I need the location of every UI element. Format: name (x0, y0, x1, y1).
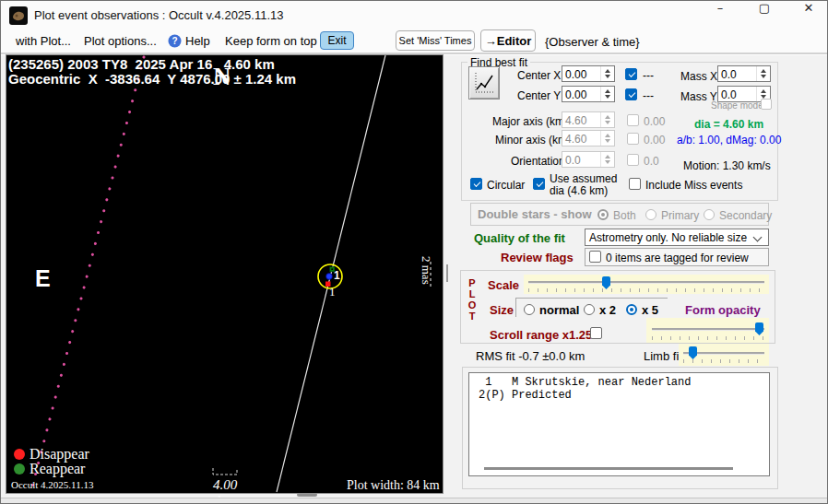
plot-horizontal-scroll-thumb[interactable] (297, 493, 317, 497)
shape-model-checkbox[interactable] (761, 99, 772, 110)
minimize-button[interactable]: – (700, 1, 740, 29)
scroll-range-checkbox[interactable] (590, 327, 602, 339)
minor-axis-aux: 0.00 (644, 134, 665, 147)
use-assumed-dia-checkbox[interactable] (533, 178, 545, 190)
review-flags-label: Review flags (501, 251, 574, 264)
help-icon[interactable]: ? (168, 34, 182, 48)
plot-header-line1: (235265) 2003 TY8 2025 Apr 16 4.60 km (8, 56, 275, 72)
plot-horizontal-scroll-track[interactable] (1, 498, 828, 504)
center-y-dash: --- (643, 89, 654, 102)
form-opacity-slider[interactable] (646, 318, 769, 343)
double-both-label: Both (613, 209, 636, 222)
center-x-spinner[interactable]: 0.00 (562, 65, 615, 82)
chevron-down-icon (753, 233, 763, 242)
motion-label: Motion: 1.30 km/s (683, 159, 771, 172)
spin-down-icon (605, 121, 610, 124)
limb-fit-slider-thumb[interactable] (689, 346, 697, 359)
size-x2-label: x 2 (599, 303, 616, 317)
include-miss-checkbox[interactable] (629, 178, 641, 190)
center-y-value: 0.00 (565, 88, 586, 101)
size-x5-radio[interactable] (626, 304, 637, 315)
reappear-legend-dot (14, 463, 25, 475)
center-x-dash: --- (643, 69, 654, 82)
form-opacity-slider-thumb[interactable] (755, 322, 763, 335)
spin-up-icon[interactable] (761, 89, 766, 93)
include-miss-label: Include Miss events (645, 179, 742, 192)
spin-up-icon (605, 134, 610, 137)
menu-help[interactable]: Help (185, 34, 210, 48)
mass-x-label: Mass X (680, 70, 717, 83)
spin-down-icon[interactable] (605, 95, 610, 99)
review-flags-checkbox[interactable] (589, 251, 601, 263)
rms-fit-label: RMS fit -0.7 ±0.0 km (476, 349, 585, 363)
plot-vertical-scroll-thumb[interactable] (446, 264, 448, 282)
set-miss-times-button[interactable]: Set 'Miss' Times (396, 30, 475, 51)
legend-reappear-label: Reappear (30, 461, 85, 477)
minor-axis-checkbox[interactable] (627, 133, 639, 145)
spin-up-icon[interactable] (605, 69, 610, 73)
limb-fit-slider[interactable] (679, 344, 769, 366)
editor-button[interactable]: →Editor (480, 29, 536, 52)
chord-number-label: 1 (334, 269, 340, 282)
major-axis-checkbox[interactable] (627, 114, 639, 126)
maximize-button[interactable]: ▢ (744, 1, 785, 29)
mass-x-spinner[interactable]: 0.0 (717, 65, 771, 82)
close-button[interactable]: ✕ (788, 1, 828, 29)
menu-with-plot[interactable]: with Plot... (16, 34, 71, 48)
menu-plot-options[interactable]: Plot options... (84, 34, 157, 48)
listbox-scrollbar[interactable] (484, 467, 733, 470)
size-normal-radio[interactable] (524, 304, 535, 315)
plot-width-label: Plot width: 84 km (347, 478, 440, 493)
center-y-checkbox[interactable] (625, 88, 637, 100)
observation-row[interactable]: 2(P) Predicted (479, 389, 572, 402)
observation-row[interactable]: 1 M Skrutskie, near Nederland (479, 376, 691, 389)
plot-header-line2: Geocentric X -3836.64 Y 4876.00 ± 1.24 k… (8, 71, 296, 87)
orientation-aux: 0.0 (644, 155, 659, 168)
size-normal-label: normal (539, 303, 579, 317)
east-label: E (35, 265, 51, 292)
quality-dropdown[interactable]: Astrometry only. No reliable size (585, 229, 769, 246)
scale-slider[interactable] (524, 275, 769, 294)
spin-down-icon[interactable] (761, 75, 766, 78)
spin-up-icon[interactable] (605, 89, 610, 93)
menu-bar: with Plot... Plot options... ? Help Keep… (1, 29, 827, 53)
disappear-legend-dot (14, 449, 25, 460)
window-title: Plot event observations : Occult v.4.202… (34, 8, 284, 22)
app-icon (9, 6, 28, 25)
spin-up-icon[interactable] (761, 69, 766, 73)
review-flags-text: 0 items are tagged for review (606, 252, 749, 264)
double-secondary-label: Secondary (719, 209, 772, 222)
double-both-radio[interactable] (597, 209, 609, 220)
observations-listbox[interactable]: 1 M Skrutskie, near Nederland 2(P) Predi… (468, 372, 770, 476)
find-fit-button[interactable] (468, 66, 500, 100)
double-secondary-radio[interactable] (704, 209, 715, 220)
menu-keep-on-top[interactable]: Keep form on top (225, 34, 317, 48)
scale-slider-thumb[interactable] (602, 276, 610, 289)
north-label: N (213, 63, 231, 91)
double-stars-title: Double stars - show (478, 207, 592, 221)
scroll-range-label: Scroll range x1.25 (490, 328, 592, 342)
center-y-spinner[interactable]: 0.00 (562, 86, 615, 102)
size-label: Size (490, 303, 514, 317)
exit-button[interactable]: Exit (320, 31, 354, 50)
title-bar: Plot event observations : Occult v.4.202… (1, 1, 827, 29)
orientation-spinner[interactable]: 0.0 (562, 151, 615, 168)
major-axis-spinner[interactable]: 4.60 (562, 111, 615, 128)
center-marker (326, 274, 333, 280)
observer-time-label: {Observer & time} (545, 35, 640, 49)
svg-text:?: ? (172, 36, 177, 46)
mass-x-value: 0.0 (721, 68, 737, 81)
orientation-value: 0.0 (565, 154, 581, 167)
orientation-label: Orientation (511, 155, 565, 168)
double-primary-label: Primary (661, 209, 699, 222)
plot-canvas[interactable]: (235265) 2003 TY8 2025 Apr 16 4.60 km Ge… (6, 54, 444, 494)
station-number-label: 1 (329, 285, 336, 299)
double-primary-radio[interactable] (645, 209, 656, 220)
size-x2-radio[interactable] (584, 304, 595, 315)
minor-axis-spinner[interactable]: 4.60 (562, 130, 615, 147)
center-x-checkbox[interactable] (625, 68, 637, 80)
orientation-checkbox[interactable] (627, 154, 639, 166)
spin-down-icon[interactable] (605, 75, 610, 78)
circular-checkbox[interactable] (470, 178, 482, 190)
center-x-label: Center X (517, 69, 561, 82)
